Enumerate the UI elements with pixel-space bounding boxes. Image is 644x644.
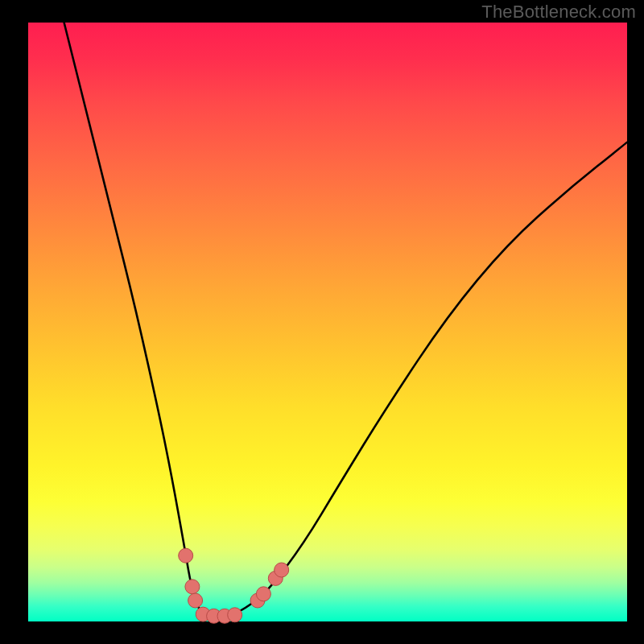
chart-svg	[28, 23, 627, 621]
curve-marker	[188, 593, 203, 608]
plot-area	[28, 23, 627, 621]
curve-marker	[228, 608, 242, 622]
watermark-text: TheBottleneck.com	[481, 2, 636, 23]
curve-marker	[256, 587, 270, 601]
curve-marker	[185, 580, 200, 594]
bottleneck-curve	[64, 23, 627, 616]
curve-marker	[179, 548, 193, 563]
curve-marker	[275, 563, 289, 577]
chart-frame: TheBottleneck.com	[0, 0, 644, 644]
